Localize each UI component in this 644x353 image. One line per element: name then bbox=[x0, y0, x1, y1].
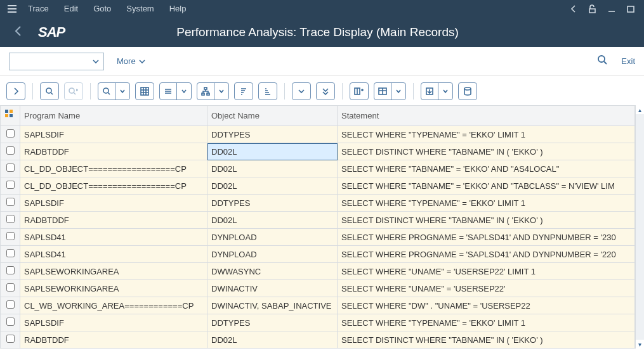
find-button[interactable] bbox=[40, 82, 59, 100]
row-checkbox[interactable] bbox=[6, 300, 15, 309]
row-checkbox[interactable] bbox=[6, 146, 15, 155]
cell-statement[interactable]: SELECT WHERE PROGNAME = 'SAPLSD41' AND D… bbox=[338, 246, 635, 263]
cell-object[interactable]: DYNPLOAD bbox=[207, 229, 338, 246]
grid-button[interactable] bbox=[135, 82, 154, 100]
cell-program[interactable]: CL_WB_WORKING_AREA============CP bbox=[20, 297, 207, 314]
row-checkbox[interactable] bbox=[6, 318, 15, 326]
cell-statement[interactable]: SELECT WHERE "TABNAME" = 'EKKO' AND "AS4… bbox=[338, 160, 635, 177]
export-split-button[interactable] bbox=[421, 82, 453, 100]
row-checkbox-cell[interactable] bbox=[1, 212, 20, 229]
table-row[interactable]: RADBTDDFDD02LSELECT DISTINCT WHERE "TABN… bbox=[1, 212, 635, 229]
row-checkbox-cell[interactable] bbox=[1, 280, 20, 297]
cell-statement[interactable]: SELECT DISTINCT WHERE "TABNAME" IN ( 'EK… bbox=[338, 143, 635, 160]
cell-object[interactable]: DD02L bbox=[207, 212, 338, 229]
menu-edit[interactable]: Edit bbox=[58, 1, 84, 16]
database-button[interactable] bbox=[458, 82, 477, 100]
cell-object[interactable]: DDTYPES bbox=[207, 126, 338, 143]
table-row[interactable]: CL_WB_WORKING_AREA============CPDWINACTI… bbox=[1, 297, 635, 314]
cell-program[interactable]: RADBTDDF bbox=[20, 212, 207, 229]
table-row[interactable]: SAPLSD41DYNPLOADSELECT WHERE PROGNAME = … bbox=[1, 229, 635, 246]
hamburger-icon[interactable] bbox=[5, 3, 19, 15]
row-checkbox-cell[interactable] bbox=[1, 177, 20, 195]
cell-statement[interactable]: SELECT WHERE PROGNAME = 'SAPLSD41' AND D… bbox=[338, 229, 635, 246]
cell-statement[interactable]: SELECT WHERE "TYPENAME" = 'EKKO' LIMIT 1 bbox=[338, 195, 635, 212]
row-checkbox-cell[interactable] bbox=[1, 263, 20, 280]
cell-object[interactable]: DWINACTIV, SABAP_INACTIVE bbox=[207, 297, 338, 314]
scroll-down-icon[interactable]: ▾ bbox=[636, 340, 644, 349]
cell-statement[interactable]: SELECT WHERE "DW" . "UNAME" = 'USERSEP22 bbox=[338, 297, 635, 314]
cell-program[interactable]: SAPLSEWORKINGAREA bbox=[20, 263, 207, 280]
cell-object[interactable]: DD02L bbox=[207, 143, 338, 160]
double-chevron-down-button[interactable] bbox=[316, 82, 335, 100]
row-checkbox-cell[interactable] bbox=[1, 195, 20, 212]
prev-icon[interactable] bbox=[567, 2, 581, 16]
cell-program[interactable]: SAPLSD41 bbox=[20, 246, 207, 263]
table-row[interactable]: RADBTDDFDD02LSELECT DISTINCT WHERE "TABN… bbox=[1, 331, 635, 349]
sort-desc-button[interactable] bbox=[258, 82, 277, 100]
add-column-button[interactable] bbox=[350, 82, 369, 100]
row-checkbox-cell[interactable] bbox=[1, 160, 20, 177]
cell-program[interactable]: RADBTDDF bbox=[20, 143, 207, 160]
cell-program[interactable]: SAPLSDIF bbox=[20, 195, 207, 212]
back-button[interactable] bbox=[9, 23, 28, 42]
table-row[interactable]: SAPLSDIFDDTYPESSELECT WHERE "TYPENAME" =… bbox=[1, 126, 635, 143]
row-checkbox[interactable] bbox=[6, 215, 15, 223]
cell-object[interactable]: DDTYPES bbox=[207, 314, 338, 331]
hierarchy-split-button[interactable] bbox=[197, 82, 229, 100]
menu-goto[interactable]: Goto bbox=[87, 1, 117, 16]
row-checkbox[interactable] bbox=[6, 198, 15, 206]
cell-object[interactable]: DYNPLOAD bbox=[207, 246, 338, 263]
stack-split-button[interactable] bbox=[159, 82, 192, 100]
trace-table[interactable]: Program Name Object Name Statement SAPLS… bbox=[0, 105, 635, 349]
cell-object[interactable]: DD02L bbox=[207, 160, 338, 177]
exit-button[interactable]: Exit bbox=[621, 56, 635, 66]
minimize-icon[interactable] bbox=[603, 2, 620, 16]
table-row[interactable]: SAPLSDIFDDTYPESSELECT WHERE "TYPENAME" =… bbox=[1, 314, 635, 331]
row-checkbox-cell[interactable] bbox=[1, 229, 20, 246]
cell-program[interactable]: SAPLSDIF bbox=[20, 314, 207, 331]
lock-open-icon[interactable] bbox=[583, 1, 601, 16]
cell-statement[interactable]: SELECT WHERE "TYPENAME" = 'EKKO' LIMIT 1 bbox=[338, 314, 635, 331]
cell-object[interactable]: DWWASYNC bbox=[207, 263, 338, 280]
row-checkbox[interactable] bbox=[6, 283, 15, 292]
sort-asc-button[interactable] bbox=[234, 82, 253, 100]
col-header-program[interactable]: Program Name bbox=[20, 106, 207, 126]
cell-object[interactable]: DWINACTIV bbox=[207, 280, 338, 297]
cell-program[interactable]: RADBTDDF bbox=[20, 331, 207, 349]
col-header-statement[interactable]: Statement bbox=[338, 106, 635, 126]
row-checkbox-cell[interactable] bbox=[1, 126, 20, 143]
chevron-down-button[interactable] bbox=[292, 82, 311, 100]
row-checkbox[interactable] bbox=[6, 232, 15, 240]
cell-program[interactable]: SAPLSDIF bbox=[20, 126, 207, 143]
maximize-icon[interactable] bbox=[622, 2, 639, 16]
cell-statement[interactable]: SELECT WHERE "UNAME" = 'USERSEP22' bbox=[338, 280, 635, 297]
search-icon[interactable] bbox=[597, 55, 608, 68]
row-checkbox[interactable] bbox=[6, 335, 15, 343]
row-checkbox[interactable] bbox=[6, 181, 15, 189]
cell-program[interactable]: SAPLSEWORKINGAREA bbox=[20, 280, 207, 297]
table-row[interactable]: SAPLSEWORKINGAREADWWASYNCSELECT WHERE "U… bbox=[1, 263, 635, 280]
select-all-header[interactable] bbox=[1, 106, 20, 126]
layout-split-button[interactable] bbox=[374, 82, 406, 100]
row-checkbox-cell[interactable] bbox=[1, 143, 20, 160]
cell-program[interactable]: CL_DD_OBJECT==================CP bbox=[20, 160, 207, 177]
cell-statement[interactable]: SELECT DISTINCT WHERE "TABNAME" IN ( 'EK… bbox=[338, 212, 635, 229]
zoom-split-button[interactable] bbox=[98, 82, 130, 100]
table-row[interactable]: SAPLSDIFDDTYPESSELECT WHERE "TYPENAME" =… bbox=[1, 195, 635, 212]
command-dropdown[interactable] bbox=[9, 53, 104, 70]
col-header-object[interactable]: Object Name bbox=[207, 106, 338, 126]
row-checkbox-cell[interactable] bbox=[1, 297, 20, 314]
table-row[interactable]: RADBTDDFDD02LSELECT DISTINCT WHERE "TABN… bbox=[1, 143, 635, 160]
expand-button[interactable] bbox=[6, 82, 25, 100]
more-button[interactable]: More bbox=[117, 56, 146, 66]
cell-program[interactable]: CL_DD_OBJECT==================CP bbox=[20, 177, 207, 195]
row-checkbox-cell[interactable] bbox=[1, 246, 20, 263]
cell-statement[interactable]: SELECT WHERE "TABNAME" = 'EKKO' AND "TAB… bbox=[338, 177, 635, 195]
row-checkbox-cell[interactable] bbox=[1, 314, 20, 331]
menu-help[interactable]: Help bbox=[163, 1, 193, 16]
row-checkbox[interactable] bbox=[6, 164, 15, 172]
scroll-up-icon[interactable]: ▴ bbox=[636, 105, 644, 114]
cell-statement[interactable]: SELECT DISTINCT WHERE "TABNAME" IN ( 'EK… bbox=[338, 331, 635, 349]
table-row[interactable]: SAPLSEWORKINGAREADWINACTIVSELECT WHERE "… bbox=[1, 280, 635, 297]
cell-object[interactable]: DD02L bbox=[207, 331, 338, 349]
